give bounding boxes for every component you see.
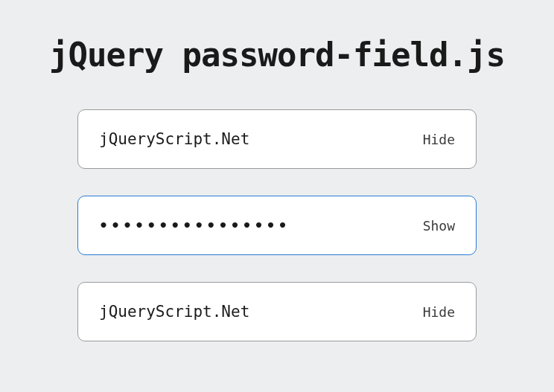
password-input-3[interactable]: jQueryScript.Net <box>99 303 423 321</box>
password-input-2[interactable]: •••••••••••••••• <box>99 216 423 234</box>
password-field-2: •••••••••••••••• Show <box>77 196 477 255</box>
password-field-3: jQueryScript.Net Hide <box>77 282 477 341</box>
password-fields-container: jQueryScript.Net Hide •••••••••••••••• S… <box>0 109 554 341</box>
toggle-visibility-button-2[interactable]: Show <box>423 215 455 237</box>
toggle-visibility-button-1[interactable]: Hide <box>423 129 455 150</box>
password-field-1: jQueryScript.Net Hide <box>77 109 477 169</box>
password-input-1[interactable]: jQueryScript.Net <box>99 130 423 148</box>
page-title: jQuery password-field.js <box>0 36 554 74</box>
toggle-visibility-button-3[interactable]: Hide <box>423 301 455 323</box>
